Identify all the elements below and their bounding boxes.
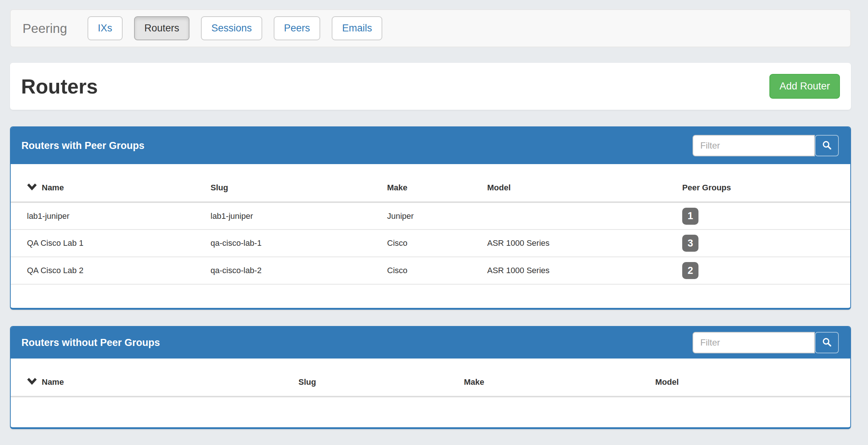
cell-slug: qa-cisco-lab-2 (194, 257, 371, 284)
filter-group (693, 332, 839, 353)
chevron-down-icon (27, 183, 37, 193)
column-header-slug[interactable]: Slug (282, 359, 448, 397)
column-header-model[interactable]: Model (639, 359, 850, 397)
panel-routers-with-peer-groups: Routers with Peer Groups NameSlugMakeMod… (10, 126, 851, 310)
peer-groups-count-badge: 1 (682, 208, 698, 225)
app-brand[interactable]: Peering (23, 21, 67, 36)
panel-routers-without-peer-groups: Routers without Peer Groups NameSlugMake… (10, 326, 851, 429)
column-header-make[interactable]: Make (448, 359, 639, 397)
table-spacer (11, 285, 850, 308)
panel-title: Routers with Peer Groups (21, 140, 144, 152)
table-header-row: NameSlugMakeModelPeer Groups (11, 164, 850, 202)
page-title: Routers (21, 75, 98, 98)
table-row[interactable]: QA Cisco Lab 2qa-cisco-lab-2CiscoASR 100… (11, 257, 850, 284)
filter-input[interactable] (693, 332, 815, 353)
peer-groups-count-badge: 2 (682, 262, 698, 279)
table-header-row: NameSlugMakeModel (11, 359, 850, 397)
panel-heading: Routers without Peer Groups (11, 327, 850, 359)
routers-without-peer-groups-table: NameSlugMakeModel (11, 359, 850, 397)
nav-buttons: IXsRoutersSessionsPeersEmails (88, 16, 383, 40)
routers-with-peer-groups-table: NameSlugMakeModelPeer Groupslab1-juniper… (11, 164, 850, 285)
panel-title: Routers without Peer Groups (21, 337, 160, 349)
table-spacer (11, 397, 850, 427)
search-icon (822, 140, 832, 152)
search-button[interactable] (815, 135, 839, 156)
table-row[interactable]: QA Cisco Lab 1qa-cisco-lab-1CiscoASR 100… (11, 230, 850, 257)
column-header-model[interactable]: Model (471, 164, 666, 202)
panel-heading: Routers with Peer Groups (11, 127, 850, 164)
cell-make: Cisco (371, 257, 471, 284)
column-header-peer-groups[interactable]: Peer Groups (666, 164, 850, 202)
cell-slug: qa-cisco-lab-1 (194, 230, 371, 257)
panel-body: NameSlugMakeModel (11, 359, 850, 427)
nav-button-routers[interactable]: Routers (134, 16, 190, 40)
filter-input[interactable] (693, 135, 815, 156)
search-icon (822, 337, 832, 349)
cell-model (471, 202, 666, 230)
filter-group (693, 135, 839, 156)
nav-button-sessions[interactable]: Sessions (201, 16, 262, 40)
cell-make: Juniper (371, 202, 471, 230)
column-header-label: Name (42, 377, 64, 387)
column-header-make[interactable]: Make (371, 164, 471, 202)
cell-peer-groups: 1 (666, 202, 850, 230)
navbar: Peering IXsRoutersSessionsPeersEmails (10, 9, 851, 47)
panel-body: NameSlugMakeModelPeer Groupslab1-juniper… (11, 164, 850, 308)
page-container: Peering IXsRoutersSessionsPeersEmails Ro… (10, 9, 851, 429)
chevron-down-icon (27, 377, 37, 387)
column-header-slug[interactable]: Slug (194, 164, 371, 202)
table-row[interactable]: lab1-juniperlab1-juniperJuniper1 (11, 202, 850, 230)
page-header-panel: Routers Add Router (10, 63, 851, 110)
nav-button-peers[interactable]: Peers (274, 16, 321, 40)
cell-model: ASR 1000 Series (471, 257, 666, 284)
nav-button-ixs[interactable]: IXs (88, 16, 123, 40)
column-header-label: Name (42, 183, 64, 193)
cell-name: lab1-juniper (11, 202, 194, 230)
column-header-name[interactable]: Name (11, 359, 282, 397)
add-router-button[interactable]: Add Router (769, 74, 840, 99)
cell-peer-groups: 3 (666, 230, 850, 257)
nav-button-emails[interactable]: Emails (332, 16, 382, 40)
cell-name: QA Cisco Lab 1 (11, 230, 194, 257)
cell-make: Cisco (371, 230, 471, 257)
search-button[interactable] (815, 332, 839, 353)
column-header-name[interactable]: Name (11, 164, 194, 202)
peer-groups-count-badge: 3 (682, 235, 698, 252)
cell-slug: lab1-juniper (194, 202, 371, 230)
cell-name: QA Cisco Lab 2 (11, 257, 194, 284)
cell-model: ASR 1000 Series (471, 230, 666, 257)
cell-peer-groups: 2 (666, 257, 850, 284)
